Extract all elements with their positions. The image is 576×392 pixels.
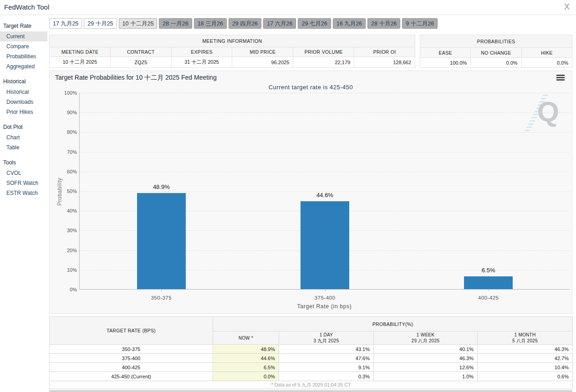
x-axis-title: Target Rate (in bps) <box>79 303 570 310</box>
sidebar-item-aggregated[interactable]: Aggregated <box>0 61 47 71</box>
x-axis-tick <box>161 290 162 291</box>
sidebar-item-estr-watch[interactable]: ESTR Watch <box>0 188 47 198</box>
probability-cell-day: 43.1% <box>279 345 374 354</box>
x-category-label: 350-375 <box>129 295 193 300</box>
meeting-info-column-header: PRIOR VOLUME <box>293 47 354 57</box>
probability-cell-week: 46.3% <box>374 354 478 363</box>
meeting-tab[interactable]: 17 六月26 <box>263 18 296 29</box>
target-rate-cell: 375-400 <box>50 354 213 363</box>
sidebar-item-probabilities[interactable]: Probabilities <box>0 51 47 61</box>
meeting-date-tabs: 17 九月2529 十月2510 十二月2528 一月2618 三月2629 四… <box>49 18 572 29</box>
meeting-info-value: 10 十二月 2025 <box>50 57 111 68</box>
probability-cell-day: 47.6% <box>279 354 374 363</box>
bar-chart-plot-area: 0%10%20%30%40%50%60%70%80%90%100%48.9%35… <box>79 93 570 290</box>
probability-cell-week: 40.1% <box>374 345 478 354</box>
y-tick-label: 0% <box>58 287 77 292</box>
table-row: 425-450 (Current)0.0%0.3%1.0%0.6% <box>50 372 573 381</box>
sidebar-item-chart[interactable]: Chart <box>0 132 47 143</box>
sidebar-section: Dot PlotChartTable <box>0 122 47 153</box>
meeting-tab[interactable]: 29 十月25 <box>84 18 117 29</box>
sidebar-section: HistoricalHistoricalDownloadsPrior Hikes <box>0 76 47 117</box>
target-rate-bps-header: TARGET RATE (BPS) <box>50 317 213 345</box>
meeting-info-column-header: EXPIRES <box>171 47 232 57</box>
sidebar-item-downloads[interactable]: Downloads <box>0 97 47 107</box>
bar-value-label: 6.5% <box>457 267 520 274</box>
sidebar-item-cvol[interactable]: CVOL <box>0 168 47 178</box>
window-titlebar: FedWatch Tool X <box>0 0 576 15</box>
y-tick-label: 80% <box>58 129 77 135</box>
bar-350-375 <box>137 193 186 289</box>
target-rate-cell: 400-425 <box>50 363 213 372</box>
meeting-tab[interactable]: 28 一月26 <box>159 18 192 29</box>
sidebar-section: Target RateCurrentCompareProbabilitiesAg… <box>0 21 47 71</box>
meeting-tab[interactable]: 28 十月26 <box>367 18 400 29</box>
probabilities-summary-value: 0.0% <box>521 58 572 68</box>
probability-cell-day: 0.3% <box>279 372 374 381</box>
probability-column-header: 1 DAY3 九月 2025 <box>279 331 374 345</box>
meeting-tab[interactable]: 29 七月26 <box>298 18 331 29</box>
y-tick-label: 30% <box>58 228 77 233</box>
probabilities-summary-value: 100.0% <box>420 58 471 68</box>
probability-history-table: TARGET RATE (BPS)PROBABILITY(%)NOW *1 DA… <box>49 316 573 389</box>
y-tick-label: 90% <box>58 110 77 115</box>
probability-cell-month: 0.6% <box>478 372 573 381</box>
sidebar-section-header: Dot Plot <box>0 122 47 132</box>
meeting-tab[interactable]: 10 十二月25 <box>119 18 158 29</box>
y-tick-label: 10% <box>58 267 77 273</box>
probabilities-summary-column-header: EASE <box>420 48 471 58</box>
bar-value-label: 48.9% <box>129 183 193 190</box>
probability-column-header: 1 MONTH5 八月 2025 <box>478 331 573 345</box>
table-row: 375-40044.6%47.6%46.3%42.7% <box>50 354 573 363</box>
meeting-tab[interactable]: 29 四月26 <box>229 18 261 29</box>
chart-title: Target Rate Probabilities for 10 十二月 202… <box>55 74 217 82</box>
bar-375-400 <box>301 201 349 289</box>
bar-value-label: 44.6% <box>293 192 357 199</box>
probability-cell-now: 44.6% <box>213 354 279 363</box>
gridline <box>80 93 570 93</box>
gridline <box>80 172 570 172</box>
probability-cell-month: 46.3% <box>478 345 573 354</box>
bar-400-425 <box>464 276 513 289</box>
meeting-info-value: 31 十二月 2025 <box>171 57 232 68</box>
probability-group-header: PROBABILITY(%) <box>213 317 573 331</box>
meeting-info-column-header: PRIOR OI <box>354 47 415 57</box>
meeting-info-value: 96.2025 <box>232 57 293 68</box>
sidebar-item-sofr-watch[interactable]: SOFR Watch <box>0 178 47 188</box>
meeting-information-table: MEETING INFORMATIONMEETING DATECONTRACTE… <box>49 35 415 68</box>
x-axis-tick <box>489 290 489 291</box>
chart-subtitle: Current target rate is 425-450 <box>50 84 572 91</box>
target-rate-cell: 350-375 <box>50 345 213 354</box>
probabilities-summary-table: PROBABILITIESEASENO CHANGEHIKE100.0%0.0%… <box>420 35 572 68</box>
target-rate-cell: 425-450 (Current) <box>50 372 213 381</box>
sidebar-item-compare[interactable]: Compare <box>0 41 47 51</box>
sidebar-item-prior-hikes[interactable]: Prior Hikes <box>0 107 47 117</box>
table-row: 350-37548.9%43.1%40.1%46.3% <box>50 345 573 354</box>
sidebar-item-historical[interactable]: Historical <box>0 87 47 97</box>
probabilities-summary-column-header: NO CHANGE <box>471 48 521 58</box>
x-category-label: 400-425 <box>457 295 520 300</box>
main-content: 17 九月2529 十月2510 十二月2528 一月2618 三月2629 四… <box>49 18 572 392</box>
hamburger-icon[interactable] <box>556 75 565 81</box>
meeting-tab[interactable]: 17 九月25 <box>49 18 82 29</box>
probability-cell-now: 48.9% <box>213 345 279 354</box>
meeting-tab[interactable]: 9 十二月26 <box>402 18 438 29</box>
window-title: FedWatch Tool <box>4 3 49 11</box>
sidebar: Target RateCurrentCompareProbabilitiesAg… <box>0 21 47 203</box>
probabilities-summary-column-header: HIKE <box>521 48 572 58</box>
sidebar-section-header: Target Rate <box>0 21 47 31</box>
y-tick-label: 100% <box>58 90 77 96</box>
close-icon[interactable]: X <box>564 2 570 11</box>
meeting-info-column-header: CONTRACT <box>110 47 171 57</box>
x-category-label: 375-400 <box>293 295 357 300</box>
meeting-tab[interactable]: 16 九月26 <box>333 18 366 29</box>
gridline <box>80 132 570 132</box>
probability-column-header: 1 WEEK29 八月 2025 <box>374 331 478 345</box>
sidebar-item-table[interactable]: Table <box>0 143 47 153</box>
sidebar-item-current[interactable]: Current <box>0 31 47 41</box>
sidebar-section: ToolsCVOLSOFR WatchESTR Watch <box>0 158 47 198</box>
horizontal-scrollbar[interactable] <box>49 390 572 392</box>
meeting-info-column-header: MID PRICE <box>232 47 293 57</box>
info-tables-row: MEETING INFORMATIONMEETING DATECONTRACTE… <box>49 35 572 68</box>
meeting-tab[interactable]: 18 三月26 <box>194 18 227 29</box>
chart-panel: Target Rate Probabilities for 10 十二月 202… <box>49 71 572 314</box>
